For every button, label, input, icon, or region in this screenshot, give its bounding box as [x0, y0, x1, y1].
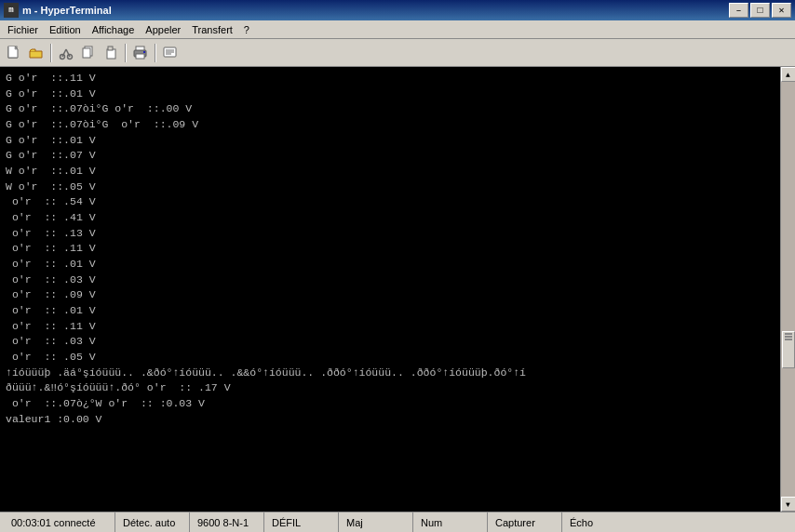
paste-button[interactable] [101, 43, 121, 63]
main-area: G o'r ::.11 V G o'r ::.01 V G o'r ::.07ò… [0, 67, 795, 512]
status-bar: 00:03:01 connecté Détec. auto 9600 8-N-1… [0, 512, 795, 532]
open-button[interactable] [26, 43, 47, 63]
scroll-down-button[interactable]: ▼ [781, 497, 796, 512]
status-scroll: DÉFIL [264, 512, 339, 532]
title-bar-left: m m - HyperTerminal [4, 3, 112, 18]
menu-fichier[interactable]: Fichier [2, 22, 44, 37]
menu-bar: Fichier Edition Affichage Appeler Transf… [0, 20, 795, 39]
toolbar [0, 39, 795, 67]
title-text: m - HyperTerminal [22, 5, 112, 16]
scroll-up-button[interactable]: ▲ [781, 67, 796, 82]
menu-affichage[interactable]: Affichage [87, 22, 141, 37]
scroll-thumb[interactable] [782, 331, 795, 368]
status-capture: Capturer [488, 512, 562, 532]
title-bar: m m - HyperTerminal – □ ✕ [0, 0, 795, 20]
maximize-button[interactable]: □ [750, 3, 770, 18]
status-num: Num [413, 512, 488, 532]
scroll-track[interactable] [781, 82, 796, 497]
new-button[interactable] [4, 43, 24, 63]
print-button[interactable] [130, 43, 151, 63]
status-time: 00:03:01 connecté [4, 512, 115, 532]
svg-rect-13 [136, 54, 144, 59]
svg-rect-10 [108, 47, 113, 50]
cut-button[interactable] [56, 43, 76, 63]
copy-button[interactable] [78, 43, 99, 63]
svg-rect-8 [83, 48, 90, 58]
toolbar-sep-2 [125, 44, 127, 62]
title-controls: – □ ✕ [729, 3, 791, 18]
status-maj: Maj [339, 512, 413, 532]
terminal-output[interactable]: G o'r ::.11 V G o'r ::.01 V G o'r ::.07ò… [0, 67, 780, 512]
menu-appeler[interactable]: Appeler [140, 22, 186, 37]
menu-edition[interactable]: Edition [44, 22, 87, 37]
toolbar-sep-3 [155, 44, 156, 62]
status-echo: Écho [562, 512, 600, 532]
minimize-button[interactable]: – [729, 3, 748, 18]
scrollbar[interactable]: ▲ ▼ [780, 67, 795, 512]
app-icon: m [4, 3, 19, 18]
close-button[interactable]: ✕ [772, 3, 791, 18]
status-baud: 9600 8-N-1 [190, 512, 264, 532]
properties-button[interactable] [160, 43, 181, 63]
menu-transfert[interactable]: Transfert [186, 22, 238, 37]
status-detect: Détec. auto [115, 512, 190, 532]
menu-help[interactable]: ? [238, 22, 255, 37]
toolbar-sep-1 [50, 44, 52, 62]
svg-point-14 [143, 51, 145, 53]
